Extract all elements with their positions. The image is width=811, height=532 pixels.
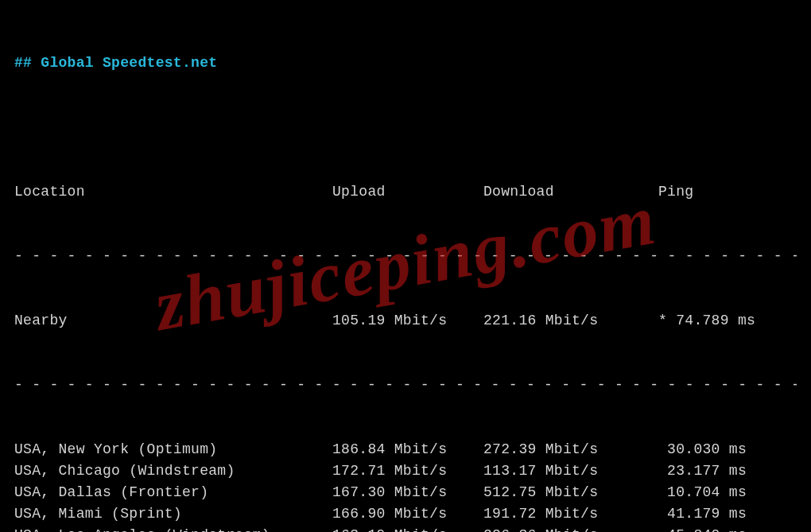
cell-download: 113.17 Mbit/s: [483, 460, 658, 482]
header-ping: Ping: [658, 181, 797, 203]
cell-ping: 23.177 ms: [658, 460, 797, 482]
table-row: USA, New York (Optimum)186.84 Mbit/s272.…: [14, 439, 797, 460]
separator: - - - - - - - - - - - - - - - - - - - - …: [14, 246, 797, 267]
blank-line: [14, 117, 797, 138]
nearby-row: Nearby 105.19 Mbit/s 221.16 Mbit/s * 74.…: [14, 310, 797, 332]
cell-upload: 186.84 Mbit/s: [332, 439, 483, 460]
nearby-download: 221.16 Mbit/s: [483, 310, 658, 332]
table-row: USA, Miami (Sprint)166.90 Mbit/s191.72 M…: [14, 503, 797, 525]
cell-upload: 172.71 Mbit/s: [332, 460, 483, 482]
cell-ping: 30.030 ms: [658, 439, 797, 460]
cell-location: USA, Chicago (Windstream): [14, 460, 332, 482]
header-download: Download: [483, 181, 658, 203]
header-upload: Upload: [332, 181, 483, 203]
header-location: Location: [14, 181, 332, 203]
terminal-output: ## Global Speedtest.net Location Upload …: [0, 0, 811, 532]
cell-upload: 166.90 Mbit/s: [332, 503, 483, 525]
cell-ping: 41.179 ms: [658, 503, 797, 525]
nearby-ping: * 74.789 ms: [658, 310, 797, 332]
cell-download: 226.36 Mbit/s: [483, 525, 658, 532]
heading: ## Global Speedtest.net: [14, 52, 797, 74]
header-row: Location Upload Download Ping: [14, 181, 797, 203]
cell-ping: 45.840 ms: [658, 525, 797, 532]
separator: - - - - - - - - - - - - - - - - - - - - …: [14, 375, 797, 396]
nearby-location: Nearby: [14, 310, 332, 332]
table-row: USA, Chicago (Windstream)172.71 Mbit/s11…: [14, 460, 797, 482]
results-container: USA, New York (Optimum)186.84 Mbit/s272.…: [14, 439, 797, 532]
cell-download: 512.75 Mbit/s: [483, 482, 658, 503]
cell-download: 191.72 Mbit/s: [483, 503, 658, 525]
cell-ping: 10.704 ms: [658, 482, 797, 503]
table-row: USA, Dallas (Frontier)167.30 Mbit/s512.7…: [14, 482, 797, 503]
cell-upload: 163.19 Mbit/s: [332, 525, 483, 532]
cell-download: 272.39 Mbit/s: [483, 439, 658, 460]
table-row: USA, Los Angeles (Windstream)163.19 Mbit…: [14, 525, 797, 532]
cell-location: USA, Los Angeles (Windstream): [14, 525, 332, 532]
cell-location: USA, Miami (Sprint): [14, 503, 332, 525]
cell-location: USA, Dallas (Frontier): [14, 482, 332, 503]
nearby-upload: 105.19 Mbit/s: [332, 310, 483, 332]
cell-location: USA, New York (Optimum): [14, 439, 332, 460]
cell-upload: 167.30 Mbit/s: [332, 482, 483, 503]
